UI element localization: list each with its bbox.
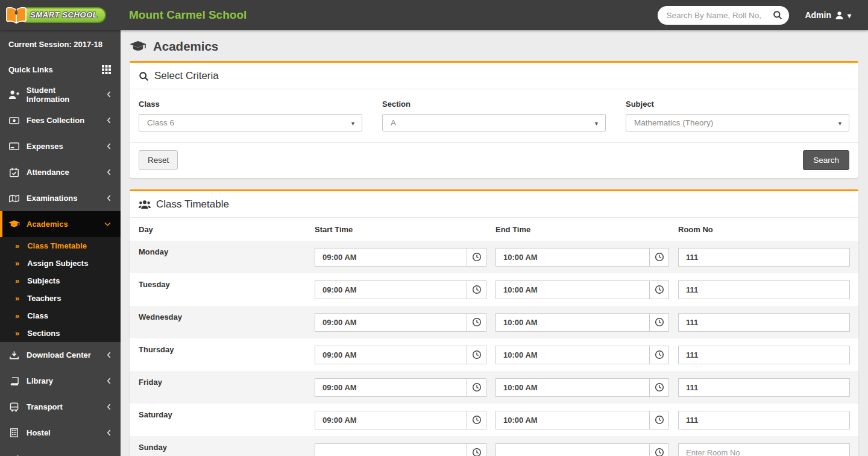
double-arrow-icon	[15, 259, 19, 268]
page-title: Academics	[130, 30, 858, 61]
submenu-item-subjects[interactable]: Subjects	[0, 272, 121, 290]
room-no-input[interactable]	[678, 346, 850, 364]
start-time-group	[315, 411, 486, 429]
room-no-input[interactable]	[678, 378, 850, 397]
end-time-input[interactable]	[495, 248, 650, 267]
room-no-input[interactable]	[678, 411, 850, 429]
sidebar-item-academics[interactable]: Academics	[0, 211, 121, 237]
admin-menu[interactable]: Admin	[805, 10, 851, 20]
clock-icon[interactable]	[467, 346, 486, 364]
end-time-input[interactable]	[495, 346, 650, 364]
clock-icon[interactable]	[467, 248, 486, 267]
sidebar: Current Session: 2017-18 Quick Links Stu…	[0, 30, 121, 456]
section-label: Section	[382, 100, 606, 109]
end-time-input[interactable]	[495, 313, 650, 332]
clock-icon[interactable]	[649, 378, 669, 397]
sidebar-item-transport[interactable]: Transport	[0, 394, 121, 420]
section-select[interactable]: A	[382, 114, 606, 131]
start-time-input[interactable]	[315, 248, 467, 267]
class-timetable-header: Class Timetable	[130, 191, 858, 218]
reset-button[interactable]: Reset	[139, 150, 178, 170]
top-header: SMART SCHOOL Mount Carmel School Admin	[0, 0, 868, 30]
search-button[interactable]: Search	[803, 150, 849, 170]
chevron-left-icon	[107, 429, 111, 436]
clock-icon[interactable]	[467, 280, 486, 299]
app-logo[interactable]: SMART SCHOOL	[0, 0, 121, 30]
sidebar-item-student-information[interactable]: Student Information	[0, 81, 121, 107]
start-time-input[interactable]	[315, 443, 467, 456]
search-icon[interactable]	[773, 10, 782, 20]
clock-icon[interactable]	[649, 248, 669, 267]
sidebar-item-fees-collection[interactable]: Fees Collection	[0, 107, 121, 133]
search-icon	[139, 71, 149, 81]
start-time-input[interactable]	[315, 280, 467, 299]
end-time-input[interactable]	[495, 411, 650, 429]
timetable-day-label: Monday	[139, 241, 306, 256]
submenu-item-teachers[interactable]: Teachers	[0, 290, 121, 307]
chevron-left-icon	[107, 195, 111, 201]
timetable-day-label: Friday	[139, 371, 306, 387]
clock-icon[interactable]	[649, 280, 669, 299]
submenu-item-class-timetable[interactable]: Class Timetable	[0, 237, 121, 255]
sidebar-item-attendance[interactable]: Attendance	[0, 159, 121, 185]
end-time-input[interactable]	[495, 280, 650, 299]
download-icon	[8, 351, 20, 359]
calendar-check-icon	[8, 168, 20, 177]
sidebar-item-library[interactable]: Library	[0, 368, 121, 394]
end-time-input[interactable]	[495, 443, 650, 456]
submenu-item-sections[interactable]: Sections	[0, 325, 121, 342]
start-time-group	[315, 313, 486, 332]
building-icon	[8, 428, 20, 437]
sidebar-item-communicate[interactable]: Communicate	[0, 446, 121, 456]
search-input[interactable]	[666, 11, 773, 20]
sidebar-item-download-center[interactable]: Download Center	[0, 342, 121, 368]
room-no-input[interactable]	[678, 280, 850, 299]
column-header-end-time: End Time	[495, 225, 669, 234]
start-time-group	[315, 378, 486, 397]
money-icon	[8, 117, 20, 124]
sidebar-item-hostel[interactable]: Hostel	[0, 420, 121, 446]
double-arrow-icon	[15, 276, 19, 285]
sidebar-item-expenses[interactable]: Expenses	[0, 133, 121, 159]
chevron-left-icon	[107, 143, 111, 150]
class-select[interactable]: Class 6	[139, 114, 362, 131]
timetable-row: Saturday	[130, 404, 858, 436]
chevron-down-icon	[104, 222, 111, 226]
room-no-input[interactable]	[678, 248, 850, 267]
subject-select-value: Mathematics (Theory)	[634, 118, 713, 127]
user-icon	[835, 11, 843, 19]
graduation-cap-icon	[130, 41, 146, 52]
clock-icon[interactable]	[467, 443, 486, 456]
chevron-down-icon	[848, 10, 851, 20]
sidebar-item-label: Examinations	[27, 194, 78, 203]
timetable-row: Friday	[130, 371, 858, 404]
start-time-input[interactable]	[315, 411, 467, 429]
end-time-group	[495, 313, 669, 332]
room-no-input[interactable]	[678, 443, 850, 456]
start-time-input[interactable]	[315, 378, 467, 397]
clock-icon[interactable]	[467, 378, 486, 397]
chevron-down-icon	[837, 118, 843, 127]
column-header-day: Day	[139, 225, 306, 234]
column-header-start-time: Start Time	[315, 225, 486, 234]
users-group-icon	[139, 200, 151, 209]
clock-icon[interactable]	[649, 346, 669, 364]
clock-icon[interactable]	[649, 313, 669, 332]
submenu-item-assign-subjects[interactable]: Assign Subjects	[0, 255, 121, 272]
clock-icon[interactable]	[649, 411, 669, 429]
start-time-input[interactable]	[315, 313, 467, 332]
start-time-input[interactable]	[315, 346, 467, 364]
room-no-input[interactable]	[678, 313, 850, 332]
subject-select[interactable]: Mathematics (Theory)	[626, 114, 849, 131]
end-time-input[interactable]	[495, 378, 650, 397]
grid-icon	[102, 65, 111, 74]
sidebar-item-quick-links[interactable]: Quick Links	[0, 58, 121, 81]
sidebar-item-examinations[interactable]: Examinations	[0, 185, 121, 211]
clock-icon[interactable]	[467, 411, 486, 429]
sidebar-item-label: Fees Collection	[27, 116, 84, 125]
submenu-item-class[interactable]: Class	[0, 307, 121, 325]
clock-icon[interactable]	[467, 313, 486, 332]
clock-icon[interactable]	[649, 443, 669, 456]
chevron-left-icon	[107, 352, 111, 358]
end-time-group	[495, 280, 669, 299]
